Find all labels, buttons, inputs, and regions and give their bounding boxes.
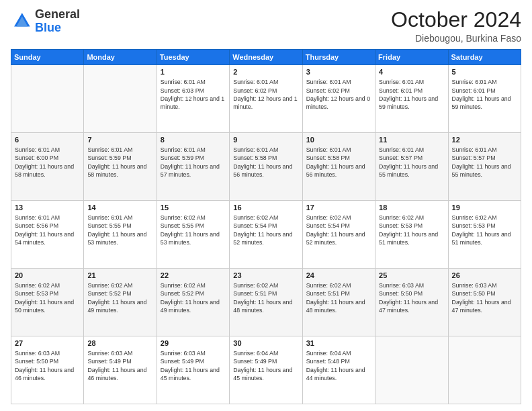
logo-text: General Blue: [35, 8, 80, 35]
day-number: 8: [161, 136, 226, 144]
calendar-cell: [448, 336, 521, 404]
day-info: Sunrise: 6:02 AM Sunset: 5:53 PM Dayligh…: [452, 214, 517, 246]
location: Diebougou, Burkina Faso: [391, 33, 521, 44]
day-info: Sunrise: 6:02 AM Sunset: 5:52 PM Dayligh…: [87, 281, 152, 314]
calendar-week-row: 13Sunrise: 6:01 AM Sunset: 5:56 PM Dayli…: [11, 201, 521, 269]
day-info: Sunrise: 6:02 AM Sunset: 5:55 PM Dayligh…: [161, 214, 226, 246]
day-number: 25: [379, 271, 444, 279]
logo: General Blue: [11, 8, 80, 35]
day-info: Sunrise: 6:01 AM Sunset: 6:01 PM Dayligh…: [452, 78, 517, 111]
day-number: 29: [161, 339, 226, 347]
day-number: 27: [15, 339, 80, 347]
calendar-cell: 18Sunrise: 6:02 AM Sunset: 5:53 PM Dayli…: [375, 201, 448, 269]
day-number: 9: [233, 136, 298, 144]
calendar-cell: 24Sunrise: 6:02 AM Sunset: 5:51 PM Dayli…: [302, 269, 375, 336]
calendar-cell: 27Sunrise: 6:03 AM Sunset: 5:50 PM Dayli…: [11, 336, 84, 404]
weekday-header: Saturday: [448, 50, 521, 65]
calendar-cell: 9Sunrise: 6:01 AM Sunset: 5:58 PM Daylig…: [230, 133, 302, 201]
day-info: Sunrise: 6:02 AM Sunset: 5:52 PM Dayligh…: [161, 281, 226, 314]
calendar-week-row: 27Sunrise: 6:03 AM Sunset: 5:50 PM Dayli…: [11, 336, 521, 404]
calendar: SundayMondayTuesdayWednesdayThursdayFrid…: [11, 49, 521, 404]
day-number: 17: [306, 203, 371, 212]
day-info: Sunrise: 6:02 AM Sunset: 5:53 PM Dayligh…: [379, 214, 444, 246]
calendar-cell: 2Sunrise: 6:01 AM Sunset: 6:02 PM Daylig…: [230, 65, 302, 133]
day-number: 2: [233, 68, 298, 76]
day-info: Sunrise: 6:03 AM Sunset: 5:49 PM Dayligh…: [161, 349, 226, 382]
day-number: 14: [87, 203, 152, 212]
day-info: Sunrise: 6:03 AM Sunset: 5:49 PM Dayligh…: [87, 349, 152, 382]
day-number: 30: [233, 339, 298, 347]
calendar-cell: 16Sunrise: 6:02 AM Sunset: 5:54 PM Dayli…: [230, 201, 302, 269]
day-number: 10: [306, 136, 371, 144]
calendar-cell: [84, 65, 157, 133]
header: General Blue October 2024 Diebougou, Bur…: [11, 8, 521, 44]
day-info: Sunrise: 6:02 AM Sunset: 5:51 PM Dayligh…: [306, 281, 371, 314]
day-number: 1: [161, 68, 226, 76]
day-number: 15: [161, 203, 226, 212]
calendar-cell: 7Sunrise: 6:01 AM Sunset: 5:59 PM Daylig…: [84, 133, 157, 201]
calendar-cell: 25Sunrise: 6:03 AM Sunset: 5:50 PM Dayli…: [375, 269, 448, 336]
day-info: Sunrise: 6:01 AM Sunset: 5:59 PM Dayligh…: [87, 146, 152, 179]
day-number: 23: [233, 271, 298, 279]
calendar-cell: 10Sunrise: 6:01 AM Sunset: 5:58 PM Dayli…: [302, 133, 375, 201]
calendar-cell: 6Sunrise: 6:01 AM Sunset: 6:00 PM Daylig…: [11, 133, 84, 201]
day-number: 18: [379, 203, 444, 212]
calendar-cell: 1Sunrise: 6:01 AM Sunset: 6:03 PM Daylig…: [157, 65, 229, 133]
day-info: Sunrise: 6:01 AM Sunset: 5:56 PM Dayligh…: [15, 214, 80, 246]
day-info: Sunrise: 6:02 AM Sunset: 5:53 PM Dayligh…: [15, 281, 80, 314]
day-number: 22: [161, 271, 226, 279]
day-info: Sunrise: 6:01 AM Sunset: 5:58 PM Dayligh…: [233, 146, 298, 179]
weekday-header: Friday: [375, 50, 448, 65]
day-info: Sunrise: 6:04 AM Sunset: 5:49 PM Dayligh…: [233, 349, 298, 382]
day-info: Sunrise: 6:01 AM Sunset: 5:57 PM Dayligh…: [452, 146, 517, 179]
day-number: 21: [87, 271, 152, 279]
day-number: 5: [452, 68, 517, 76]
day-info: Sunrise: 6:04 AM Sunset: 5:48 PM Dayligh…: [306, 349, 371, 382]
day-info: Sunrise: 6:01 AM Sunset: 5:58 PM Dayligh…: [306, 146, 371, 179]
calendar-cell: 8Sunrise: 6:01 AM Sunset: 5:59 PM Daylig…: [157, 133, 229, 201]
calendar-cell: [375, 336, 448, 404]
calendar-cell: 23Sunrise: 6:02 AM Sunset: 5:51 PM Dayli…: [230, 269, 302, 336]
calendar-cell: 12Sunrise: 6:01 AM Sunset: 5:57 PM Dayli…: [448, 133, 521, 201]
day-number: 31: [306, 339, 371, 347]
weekday-header: Tuesday: [157, 50, 229, 65]
day-info: Sunrise: 6:01 AM Sunset: 6:02 PM Dayligh…: [233, 78, 298, 111]
day-info: Sunrise: 6:01 AM Sunset: 6:03 PM Dayligh…: [161, 78, 226, 111]
calendar-cell: 28Sunrise: 6:03 AM Sunset: 5:49 PM Dayli…: [84, 336, 157, 404]
calendar-cell: 20Sunrise: 6:02 AM Sunset: 5:53 PM Dayli…: [11, 269, 84, 336]
calendar-cell: 21Sunrise: 6:02 AM Sunset: 5:52 PM Dayli…: [84, 269, 157, 336]
logo-blue: Blue: [35, 21, 61, 34]
calendar-cell: 11Sunrise: 6:01 AM Sunset: 5:57 PM Dayli…: [375, 133, 448, 201]
logo-icon: [11, 11, 32, 32]
day-number: 16: [233, 203, 298, 212]
calendar-cell: 29Sunrise: 6:03 AM Sunset: 5:49 PM Dayli…: [157, 336, 229, 404]
weekday-header: Thursday: [302, 50, 375, 65]
calendar-cell: 14Sunrise: 6:01 AM Sunset: 5:55 PM Dayli…: [84, 201, 157, 269]
calendar-cell: 19Sunrise: 6:02 AM Sunset: 5:53 PM Dayli…: [448, 201, 521, 269]
calendar-cell: 30Sunrise: 6:04 AM Sunset: 5:49 PM Dayli…: [230, 336, 302, 404]
calendar-cell: 22Sunrise: 6:02 AM Sunset: 5:52 PM Dayli…: [157, 269, 229, 336]
calendar-cell: 17Sunrise: 6:02 AM Sunset: 5:54 PM Dayli…: [302, 201, 375, 269]
weekday-header: Sunday: [11, 50, 84, 65]
calendar-cell: 15Sunrise: 6:02 AM Sunset: 5:55 PM Dayli…: [157, 201, 229, 269]
day-info: Sunrise: 6:03 AM Sunset: 5:50 PM Dayligh…: [15, 349, 80, 382]
day-number: 12: [452, 136, 517, 144]
day-number: 28: [87, 339, 152, 347]
day-info: Sunrise: 6:03 AM Sunset: 5:50 PM Dayligh…: [379, 281, 444, 314]
day-number: 19: [452, 203, 517, 212]
weekday-header: Monday: [84, 50, 157, 65]
day-info: Sunrise: 6:01 AM Sunset: 6:00 PM Dayligh…: [15, 146, 80, 179]
weekday-header: Wednesday: [230, 50, 302, 65]
day-info: Sunrise: 6:01 AM Sunset: 5:55 PM Dayligh…: [87, 214, 152, 246]
day-number: 6: [15, 136, 80, 144]
day-info: Sunrise: 6:02 AM Sunset: 5:51 PM Dayligh…: [233, 281, 298, 314]
calendar-cell: [11, 65, 84, 133]
calendar-week-row: 1Sunrise: 6:01 AM Sunset: 6:03 PM Daylig…: [11, 65, 521, 133]
calendar-cell: 5Sunrise: 6:01 AM Sunset: 6:01 PM Daylig…: [448, 65, 521, 133]
day-number: 11: [379, 136, 444, 144]
day-info: Sunrise: 6:01 AM Sunset: 6:02 PM Dayligh…: [306, 78, 371, 111]
calendar-week-row: 6Sunrise: 6:01 AM Sunset: 6:00 PM Daylig…: [11, 133, 521, 201]
page: General Blue October 2024 Diebougou, Bur…: [0, 0, 532, 411]
day-info: Sunrise: 6:01 AM Sunset: 5:57 PM Dayligh…: [379, 146, 444, 179]
calendar-cell: 26Sunrise: 6:03 AM Sunset: 5:50 PM Dayli…: [448, 269, 521, 336]
